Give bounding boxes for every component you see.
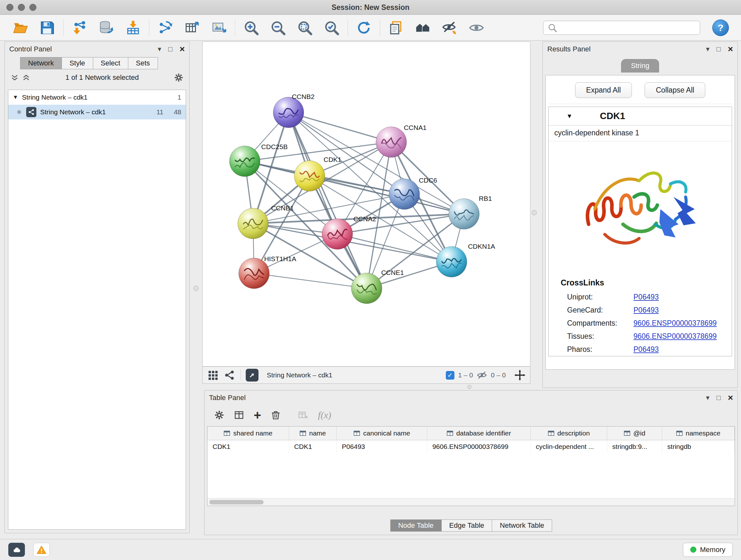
birds-eye-grid-icon[interactable]: [207, 369, 219, 381]
pan-crosshair-icon[interactable]: [514, 369, 526, 381]
add-column-icon[interactable]: +: [254, 409, 261, 422]
table-row[interactable]: CDK1CDK1P064939606.ENSP00000378699cyclin…: [207, 440, 735, 453]
crosslink-value-link[interactable]: 9606.ENSP00000378699: [633, 319, 717, 327]
show-view-button[interactable]: [463, 17, 490, 38]
splitter-handle-left[interactable]: [193, 286, 199, 291]
node-CCNE1[interactable]: [351, 273, 382, 304]
tab-network-table[interactable]: Network Table: [492, 519, 552, 532]
clone-network-button[interactable]: [152, 17, 179, 38]
edge-CCNB2-CCNE1[interactable]: [288, 112, 367, 288]
refresh-layout-button[interactable]: [350, 17, 377, 38]
crosslink-value-link[interactable]: P06493: [633, 306, 659, 314]
tab-sets[interactable]: Sets: [128, 57, 158, 69]
tab-edge-table[interactable]: Edge Table: [441, 519, 492, 532]
node-HIST1H1A[interactable]: [239, 258, 269, 289]
tab-network[interactable]: Network: [20, 57, 62, 69]
node-CDK1[interactable]: [294, 161, 325, 191]
collapse-gene-icon[interactable]: ▼: [566, 113, 572, 120]
node-CDC25B[interactable]: [229, 146, 260, 177]
minimize-window-button[interactable]: [18, 4, 25, 11]
close-window-button[interactable]: [6, 4, 13, 11]
collapse-all-button[interactable]: Collapse All: [645, 82, 705, 98]
panel-close-icon[interactable]: ×: [728, 393, 733, 402]
table-cell[interactable]: 9606.ENSP00000378699: [427, 440, 530, 453]
gear-icon[interactable]: [214, 410, 224, 420]
gene-card-header[interactable]: ▼ CDK1: [549, 107, 732, 125]
import-network-database-button[interactable]: [93, 17, 120, 38]
panel-float-icon[interactable]: □: [717, 394, 721, 401]
import-table-button[interactable]: [120, 17, 146, 38]
home-view-button[interactable]: [409, 17, 436, 38]
tab-select[interactable]: Select: [93, 57, 128, 69]
edge-CCNB2-CCNA1[interactable]: [288, 112, 391, 142]
memory-button[interactable]: Memory: [683, 543, 733, 557]
crosslink-value-link[interactable]: P06493: [633, 345, 659, 354]
warnings-button[interactable]: [33, 543, 50, 557]
node-CCNB1[interactable]: [238, 208, 268, 239]
table-cell[interactable]: stringdb:9...: [607, 440, 662, 453]
edge-HIST1H1A-CCNE1[interactable]: [254, 273, 367, 288]
column-header-name[interactable]: name: [289, 427, 337, 440]
panel-menu-icon[interactable]: ▾: [706, 46, 710, 53]
expand-all-button[interactable]: Expand All: [575, 82, 632, 98]
network-share-icon[interactable]: [224, 369, 235, 381]
node-CDKN1A[interactable]: [436, 246, 467, 277]
crosslink-value-link[interactable]: P06493: [633, 293, 659, 301]
node-CCNA1[interactable]: [376, 127, 407, 158]
scrollbar-thumb[interactable]: [209, 500, 264, 504]
open-session-button[interactable]: [7, 17, 34, 38]
gear-icon[interactable]: [174, 73, 184, 82]
panel-float-icon[interactable]: □: [717, 46, 721, 53]
crosslink-value-link[interactable]: 9606.ENSP00000378699: [633, 332, 717, 341]
open-in-browser-button[interactable]: [246, 369, 259, 381]
show-columns-icon[interactable]: [234, 410, 244, 420]
import-network-file-button[interactable]: [66, 17, 93, 38]
tab-node-table[interactable]: Node Table: [390, 519, 442, 532]
node-CDC6[interactable]: [389, 179, 420, 209]
edge-CCNA2-CDKN1A[interactable]: [337, 234, 452, 262]
splitter-handle-right[interactable]: [532, 210, 537, 215]
tab-style[interactable]: Style: [62, 57, 93, 69]
tab-string[interactable]: String: [621, 59, 659, 72]
hidden-eye-slash-icon[interactable]: [477, 370, 487, 380]
column-header-namespace[interactable]: namespace: [662, 427, 735, 440]
network-row-selected[interactable]: String Network – cdk1 11 48: [8, 105, 186, 119]
selected-checkbox[interactable]: ✓: [446, 371, 455, 380]
network-collection-row[interactable]: ▼ String Network – cdk1 1: [8, 90, 186, 105]
network-canvas[interactable]: CCNB2CCNA1CDC25BCDK1CDC6RB1CCNB1CCNA2CDK…: [202, 42, 530, 367]
maximize-window-button[interactable]: [29, 4, 37, 11]
table-cell[interactable]: CDK1: [207, 440, 289, 453]
tree-expand-icon[interactable]: ▼: [13, 94, 18, 101]
zoom-out-button[interactable]: [265, 17, 291, 38]
panel-menu-icon[interactable]: ▾: [158, 46, 161, 53]
panel-close-icon[interactable]: ×: [180, 45, 185, 54]
zoom-fit-button[interactable]: [291, 17, 318, 38]
zoom-selected-button[interactable]: [318, 17, 345, 38]
node-CCNA2[interactable]: [322, 219, 353, 249]
save-session-button[interactable]: [34, 17, 61, 38]
panel-menu-icon[interactable]: ▾: [706, 394, 710, 401]
column-header-canonical-name[interactable]: canonical name: [337, 427, 427, 440]
column-header-database-identifier[interactable]: database identifier: [427, 427, 530, 440]
splitter-handle-bottom[interactable]: [468, 385, 471, 389]
delete-column-trash-icon[interactable]: [271, 410, 281, 420]
panel-float-icon[interactable]: □: [168, 46, 172, 53]
collapse-all-icon[interactable]: [10, 73, 19, 82]
hide-annotations-button[interactable]: [436, 17, 463, 38]
copy-document-button[interactable]: [383, 17, 409, 38]
node-RB1[interactable]: [449, 199, 479, 229]
table-cell[interactable]: cyclin-dependent ...: [531, 440, 607, 453]
expand-all-icon[interactable]: [22, 73, 30, 82]
column-header-id[interactable]: @id: [607, 427, 662, 440]
column-header-shared-name[interactable]: shared name: [207, 427, 289, 440]
zoom-in-button[interactable]: [238, 17, 265, 38]
search-input[interactable]: [557, 22, 696, 34]
cloud-status-button[interactable]: [8, 543, 25, 557]
export-table-button[interactable]: [179, 17, 205, 38]
table-cell[interactable]: P06493: [337, 440, 427, 453]
table-cell[interactable]: CDK1: [289, 440, 337, 453]
table-cell[interactable]: stringdb: [662, 440, 735, 453]
export-image-button[interactable]: [205, 17, 232, 38]
node-CCNB2[interactable]: [273, 97, 304, 128]
help-button[interactable]: ?: [712, 19, 729, 36]
